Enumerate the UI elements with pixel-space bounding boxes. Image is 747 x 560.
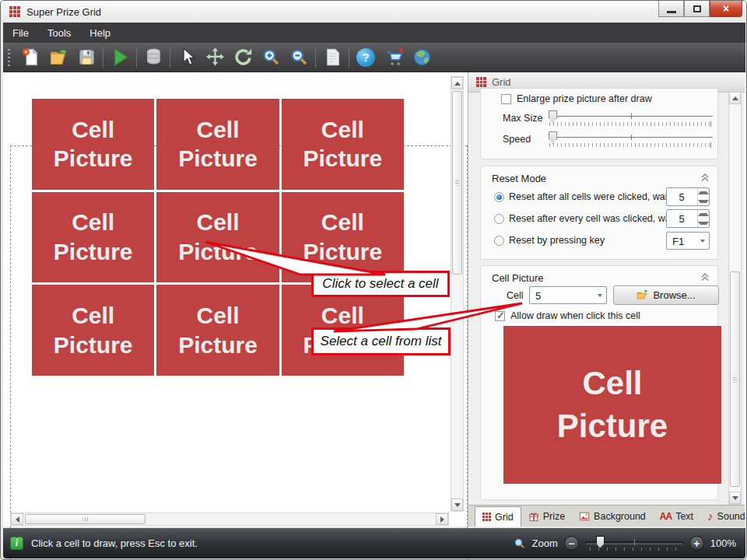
pointer-button[interactable] [173,45,201,70]
arrow-down-icon [732,496,738,500]
spin-up-icon[interactable] [698,210,709,219]
zoom-in-button[interactable] [257,45,285,70]
panel-vscrollbar[interactable] [728,91,742,505]
tab-grid[interactable]: Grid [475,506,521,527]
combo-arrow-icon [700,240,705,243]
scroll-down-button[interactable] [451,499,463,511]
canvas-vscrollbar[interactable] [451,76,464,512]
help-button[interactable]: ? [352,45,380,70]
grid-cell[interactable]: Cell Picture [156,192,279,283]
zoom-out-button[interactable]: − [564,536,579,551]
toolbar-grip[interactable] [6,47,12,68]
zoom-slider-thumb[interactable] [596,536,605,548]
tab-background[interactable]: Background [572,506,653,527]
background-image-icon [579,511,590,522]
cell-combo[interactable]: 5 [529,286,607,304]
max-size-slider[interactable] [549,110,713,128]
play-icon [110,47,131,68]
reset-every-spinner[interactable]: 5 [666,209,710,228]
grid-cell[interactable]: Cell Picture [32,192,154,283]
spin-down-icon[interactable] [698,197,709,205]
reset-key-combo[interactable]: F1 [666,232,710,250]
close-button[interactable]: × [710,1,742,17]
speed-slider[interactable] [549,131,713,149]
help-icon: ? [356,48,375,67]
run-button[interactable] [106,45,134,70]
speed-slider-thumb[interactable] [549,131,557,144]
reset-all-radio[interactable] [494,192,504,202]
plus-icon: + [693,538,700,549]
panel-scroll-thumb[interactable] [730,271,740,487]
reset-key-radio[interactable] [494,236,504,246]
database-button[interactable] [139,45,167,70]
tab-text-label: Text [675,511,693,522]
menu-tools[interactable]: Tools [38,24,80,42]
reset-mode-title: Reset Mode [492,173,546,184]
spin-down-icon[interactable] [698,219,709,227]
enlarge-checkbox[interactable] [501,94,511,104]
zoom-controls: Zoom − + 100% [514,528,736,558]
tab-background-label: Background [594,511,646,522]
combo-arrow-icon [598,294,602,297]
callout-select-list: Select a cell from list [311,327,451,355]
minimize-button[interactable] [658,1,684,17]
shop-button[interactable] [380,45,408,70]
arrow-left-icon [16,516,19,523]
menu-help[interactable]: Help [80,24,120,42]
close-icon: × [723,2,729,15]
cart-icon [384,47,405,68]
scroll-left-button[interactable] [11,513,23,525]
zoom-in-button[interactable]: + [689,536,704,551]
canvas-hscrollbar[interactable] [10,513,449,526]
web-button[interactable] [408,45,436,70]
report-button[interactable] [318,45,346,70]
grid-cell[interactable]: Cell Picture [156,99,279,190]
save-button[interactable] [72,45,100,70]
reset-key-value: F1 [672,236,684,247]
allow-draw-label: Allow draw when click this cell [510,310,640,321]
rotate-button[interactable] [229,45,257,70]
scroll-up-button[interactable] [729,92,741,104]
open-button[interactable] [44,45,72,70]
panel-title: Grid [492,76,511,88]
scroll-up-button[interactable] [451,77,463,89]
reset-every-radio[interactable] [494,214,504,224]
new-button[interactable] [16,45,44,70]
max-size-slider-thumb[interactable] [549,110,557,123]
check-icon: ✓ [496,310,505,321]
zoom-slider[interactable] [585,534,683,553]
collapse-icon[interactable] [700,171,710,185]
toolbar-separator [103,47,103,68]
menu-file[interactable]: File [3,24,38,42]
magnifier-icon [514,537,526,550]
hscroll-thumb[interactable] [25,514,146,524]
zoom-out-button[interactable] [285,45,313,70]
spin-up-icon[interactable] [698,188,709,197]
zoom-in-icon [261,47,282,68]
grid-cell[interactable]: Cell Picture [156,285,279,376]
grid-cell[interactable]: Cell Picture [282,192,404,283]
settings-panel: Grid Enlarge prize picture after draw Ma… [468,72,744,527]
tab-prize[interactable]: Prize [521,506,572,527]
reset-all-spinner[interactable]: 5 [666,187,710,206]
arrow-up-icon [454,82,461,86]
panel-tabbar: Grid Prize Background AA Text ♪ Sound [468,505,745,527]
speed-label: Speed [503,134,531,145]
grid-cell[interactable]: Cell Picture [32,285,154,376]
allow-draw-checkbox[interactable]: ✓ [495,311,505,321]
vscroll-thumb[interactable] [452,91,462,275]
maximize-button[interactable] [684,1,710,17]
max-size-label: Max Size [503,113,542,124]
scroll-right-button[interactable] [436,513,448,525]
scroll-down-button[interactable] [729,492,741,504]
grid-cell[interactable]: Cell Picture [282,99,404,190]
arrow-right-icon [440,516,444,523]
collapse-icon[interactable] [700,271,710,285]
tab-text[interactable]: AA Text [653,506,700,527]
browse-button[interactable]: Browse... [613,285,719,305]
database-icon [143,47,164,68]
grid-cell[interactable]: Cell Picture [32,99,154,190]
move-button[interactable] [201,45,229,70]
tab-sound[interactable]: ♪ Sound [700,506,747,527]
reset-every-label: Reset after every cell was clicked, wait… [509,213,668,224]
